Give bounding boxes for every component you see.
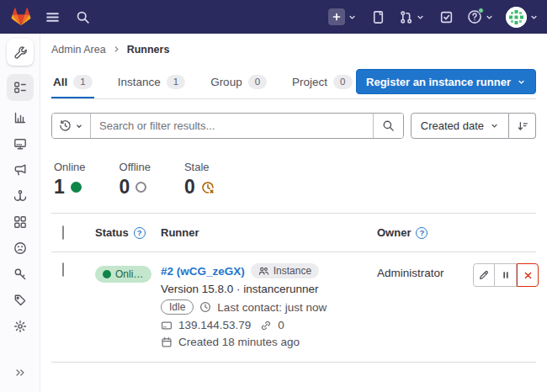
sidebar-item-overview[interactable] [7,74,34,101]
new-menu-button[interactable] [328,8,357,25]
filtered-search [51,113,404,139]
breadcrumb-admin-area[interactable]: Admin Area [51,44,106,56]
runner-tabs: All 1 Instance 1 Group 0 Project 0 Regis… [51,65,536,99]
plus-icon [328,8,345,25]
search-input[interactable] [91,114,373,138]
user-menu-button[interactable] [506,7,539,28]
sidebar-item-analytics[interactable] [7,106,34,129]
tab-project[interactable]: Project 0 [290,65,353,98]
key-icon [13,268,27,281]
chevron-down-icon [416,13,425,22]
wrench-icon [13,45,27,59]
runner-summary: #2 (wCG_zeGX) Instance Version 15.8.0 · … [161,263,377,348]
chevron-right-icon [113,45,120,53]
sidebar-item-admin-area[interactable] [7,39,34,66]
runner-version: Version 15.8.0 · instancerunner [161,283,319,295]
pause-runner-button[interactable] [495,263,517,287]
status-badge-online: Online [95,266,151,283]
gitlab-logo-icon[interactable] [7,3,35,30]
avatar [506,7,527,28]
online-dot-icon [103,270,111,278]
sidebar-item-monitoring[interactable] [7,132,34,155]
online-status-icon [71,182,82,193]
merge-requests-button[interactable] [399,10,425,24]
tab-group[interactable]: Group 0 [209,65,268,98]
owner-link[interactable]: Administrator [377,267,444,279]
runners-table-header: Status ? Runner Owner ? [51,214,536,252]
owner-help-icon[interactable]: ? [416,227,428,239]
sidebar-item-abuse-reports[interactable] [7,236,34,259]
label-tag-icon [13,294,27,307]
notification-dot [478,8,484,13]
top-navbar [0,0,547,34]
merge-request-icon [399,10,413,24]
stat-online: Online 1 [54,161,86,199]
sort-descending-icon [517,120,528,132]
delete-runner-button[interactable] [517,263,539,287]
pencil-icon [478,269,490,281]
sidebar-collapse-button[interactable] [7,361,34,384]
offline-count: 0 [119,176,130,199]
gear-icon [13,320,27,333]
clock-icon [199,301,211,313]
status-help-icon[interactable]: ? [134,227,146,239]
chevron-double-right-icon [14,367,26,379]
sidebar-item-system-hooks[interactable] [7,184,34,207]
tab-group-count: 0 [248,75,267,89]
tab-all[interactable]: All 1 [51,65,94,98]
close-icon [523,270,534,281]
register-instance-runner-button[interactable]: Register an instance runner [356,69,536,94]
hook-icon [13,189,27,203]
overview-grid-icon [13,81,27,94]
runner-ip: 139.144.53.79 [178,319,251,331]
runner-last-contact: Last contact: just now [217,301,327,314]
runner-actions [473,263,539,287]
people-icon [258,266,269,277]
chevron-down-icon [348,13,357,22]
tab-all-count: 1 [73,75,92,89]
search-submit-button[interactable] [373,114,403,138]
sidebar-item-messages[interactable] [7,158,34,181]
runner-created: Created 18 minutes ago [178,336,300,348]
sort-by-dropdown[interactable]: Created date [411,113,509,139]
column-status: Status [95,226,129,239]
sidebar-item-applications[interactable] [7,210,34,233]
tab-instance[interactable]: Instance 1 [116,65,187,98]
sidebar-item-settings[interactable] [7,315,34,337]
search-history-button[interactable] [52,114,91,138]
issues-icon[interactable] [369,3,387,30]
history-icon [59,119,72,132]
offline-status-icon [135,182,146,193]
bar-chart-icon [13,111,27,124]
help-menu-button[interactable] [467,9,494,24]
chevron-down-icon [517,77,526,87]
ip-address-icon [161,320,173,331]
sidebar-item-deploy-keys[interactable] [7,262,34,285]
calendar-icon [161,336,173,348]
sort-direction-button[interactable] [509,113,536,139]
column-runner: Runner [161,226,199,239]
monitor-icon [13,137,27,151]
runner-row: Online #2 (wCG_zeGX) Instance Version 1 [51,252,536,363]
stale-count: 0 [184,176,195,199]
column-owner: Owner [377,226,411,239]
breadcrumb: Admin Area Runners [51,34,536,65]
runner-name-link[interactable]: #2 (wCG_zeGX) [161,265,245,278]
tab-instance-count: 1 [167,75,185,89]
sort-controls: Created date [411,113,536,139]
main-content: Admin Area Runners All 1 Instance 1 Grou… [40,34,547,392]
row-checkbox[interactable] [62,262,64,277]
megaphone-icon [13,163,27,177]
todos-icon[interactable] [437,3,455,30]
search-icon[interactable] [69,3,96,30]
edit-runner-button[interactable] [473,263,495,287]
select-all-checkbox[interactable] [62,225,64,240]
applications-icon [13,215,27,229]
stale-clock-icon [201,181,215,194]
runner-stats: Online 1 Offline 0 Stale 0 [51,161,536,199]
hamburger-menu-icon[interactable] [39,3,66,30]
job-status-badge: Idle [161,299,194,315]
instance-type-badge: Instance [251,263,319,278]
sidebar-item-labels[interactable] [7,289,34,311]
tab-project-count: 0 [333,75,352,89]
